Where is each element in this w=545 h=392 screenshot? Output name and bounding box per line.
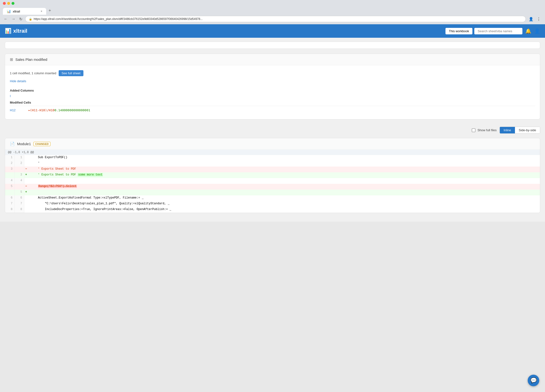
diff-line-3-removed: 3 − ' Exports Sheet to PDF: [5, 167, 540, 172]
module-name: Module1: [17, 142, 31, 146]
diff-content-4: [28, 178, 540, 184]
browser-tabs: 📊 xltrail × +: [3, 7, 542, 15]
highlight-removed: Range("B2:P50").Select: [38, 185, 77, 188]
diff-line-2: 2 2 ': [5, 161, 540, 167]
diff-sign-5a: +: [24, 190, 28, 195]
added-column-value: I: [10, 94, 535, 98]
diff-content-2: ': [28, 161, 540, 167]
diff-content-1: Sub ExportToPDF(): [28, 155, 540, 161]
diff-sign-3: −: [24, 167, 28, 172]
diff-line-5-added: 5 +: [5, 190, 540, 195]
changed-badge: CHANGED: [33, 142, 51, 146]
left-line-num-3: 3: [5, 167, 15, 172]
close-window-btn[interactable]: [3, 2, 6, 5]
sales-plan-card-body: 1 cell modified, 1 column inserted See f…: [5, 65, 540, 119]
search-input[interactable]: [474, 28, 522, 34]
left-line-num-7: 7: [5, 201, 15, 207]
diff-sign-6: [24, 195, 28, 201]
right-line-num-3a: 3: [15, 172, 24, 178]
added-columns-title: Added Columns: [10, 89, 535, 92]
user-avatar[interactable]: 👤: [534, 28, 540, 34]
sales-plan-card: ⊞ Sales Plan modified 1 cell modified, 1…: [5, 54, 540, 119]
left-line-num-5: 5: [5, 184, 15, 190]
inline-view-btn[interactable]: Inline: [500, 127, 515, 133]
reload-btn[interactable]: ↻: [18, 16, 23, 22]
maximize-window-btn[interactable]: [12, 2, 14, 5]
diff-line-8: 8 8 IncludeDocProperties:=True, IgnorePr…: [5, 207, 540, 213]
logo-icon: 📊: [5, 28, 11, 34]
module-card-header: 📄 Module1 CHANGED: [5, 138, 540, 150]
diff-controls: Show full files Inline Side-by-side: [5, 124, 540, 136]
right-line-num-1: 1: [15, 155, 24, 161]
left-line-num-6: 6: [5, 195, 15, 201]
browser-toolbar: ← → ↻ 🔒 https://app.xltrail.com/#/workbo…: [3, 15, 542, 24]
right-line-num-8: 8: [15, 207, 24, 213]
tab-icon: 📊: [7, 9, 11, 13]
forward-btn[interactable]: →: [11, 16, 16, 22]
module-card: 📄 Module1 CHANGED @@ -1,8 +1,8 @@ 1 1 Su…: [5, 138, 540, 213]
right-line-num-7: 7: [15, 201, 24, 207]
diff-content-8: IncludeDocProperties:=True, IgnorePrintA…: [28, 207, 540, 213]
diff-content-5: Range("B2:P50").Select: [28, 184, 540, 190]
see-full-sheet-btn[interactable]: See full sheet: [59, 70, 83, 76]
top-filler-card: [5, 42, 540, 49]
header-icons: 🔔 👤: [525, 28, 540, 34]
sales-plan-title: Sales Plan modified: [15, 57, 47, 62]
tab-close-btn[interactable]: ×: [41, 10, 42, 13]
modified-cells-title: Modified Cells: [10, 101, 535, 104]
window-controls: [3, 2, 542, 5]
this-workbook-btn[interactable]: This workbook: [445, 28, 472, 34]
back-btn[interactable]: ←: [3, 16, 9, 22]
sheet-summary: 1 cell modified, 1 column inserted See f…: [10, 70, 535, 76]
hunk-header: @@ -1,8 +1,8 @@: [5, 150, 540, 155]
menu-btn[interactable]: ⋮: [535, 16, 542, 22]
app-logo: 📊 xltrail: [5, 28, 27, 34]
left-line-num-5a: [5, 190, 15, 195]
notifications-icon[interactable]: 🔔: [525, 28, 531, 34]
side-by-side-view-btn[interactable]: Side-by-side: [515, 127, 540, 133]
right-line-num-6: 6: [15, 195, 24, 201]
extension-btn[interactable]: 👤: [528, 16, 534, 22]
diff-line-4: 4 4: [5, 178, 540, 184]
address-bar[interactable]: 🔒 https://app.xltrail.com/#/workbook/Acc…: [25, 16, 526, 22]
left-line-num-4: 4: [5, 178, 15, 184]
cell-reference: H12: [10, 108, 24, 112]
diff-sign-4: [24, 178, 28, 184]
diff-content-5a: [28, 190, 540, 195]
browser-chrome: 📊 xltrail × + ← → ↻ 🔒 https://app.xltrai…: [0, 0, 545, 24]
logo-text: xltrail: [13, 28, 27, 34]
cell-new-value: 0.14000000000000001: [55, 108, 90, 112]
highlight-added: some more text: [78, 173, 103, 176]
diff-sign-2: [24, 161, 28, 167]
diff-container: @@ -1,8 +1,8 @@ 1 1 Sub ExportToPDF() 2 …: [5, 150, 540, 213]
browser-extensions: 👤 ⋮: [528, 16, 542, 22]
diff-content-6: ActiveSheet.ExportAsFixedFormat Type:=xl…: [28, 195, 540, 201]
view-toggle: Inline Side-by-side: [500, 127, 540, 134]
right-line-num-5: [15, 184, 24, 190]
minimize-window-btn[interactable]: [7, 2, 10, 5]
tab-title: xltrail: [13, 10, 20, 13]
cell-old-value: =(H11-H10)/H10: [28, 108, 55, 112]
diff-sign-7: [24, 201, 28, 207]
diff-sign-5: −: [24, 184, 28, 190]
modified-cells-section: Modified Cells H12 =(H11-H10)/H100.14000…: [10, 101, 535, 114]
diff-line-6: 6 6 ActiveSheet.ExportAsFixedFormat Type…: [5, 195, 540, 201]
cell-row: H12 =(H11-H10)/H100.14000000000000001: [10, 106, 535, 114]
left-line-num-1: 1: [5, 155, 15, 161]
active-tab[interactable]: 📊 xltrail ×: [3, 8, 46, 15]
hide-details-link[interactable]: Hide details: [10, 79, 26, 83]
right-line-num-4: 4: [15, 178, 24, 184]
app-content: 📊 xltrail This workbook 🔔 👤 ⊞ Sales Plan…: [0, 24, 545, 222]
show-full-files-checkbox[interactable]: [472, 128, 476, 132]
diff-content-7: "C:\Users\Felix\Desktop\sales_plan_1.pdf…: [28, 201, 540, 207]
left-line-num-2: 2: [5, 161, 15, 167]
right-line-num-5a: 5: [15, 190, 24, 195]
show-full-files-text: Show full files: [477, 128, 496, 132]
main-content: ⊞ Sales Plan modified 1 cell modified, 1…: [0, 38, 545, 222]
diff-sign-1: [24, 155, 28, 161]
left-line-num-3a: [5, 172, 15, 178]
diff-line-3-added: 3 + ' Exports Sheet to PDF some more tex…: [5, 172, 540, 178]
left-line-num-8: 8: [5, 207, 15, 213]
summary-text: 1 cell modified, 1 column inserted: [10, 71, 56, 75]
new-tab-btn[interactable]: +: [46, 7, 54, 15]
